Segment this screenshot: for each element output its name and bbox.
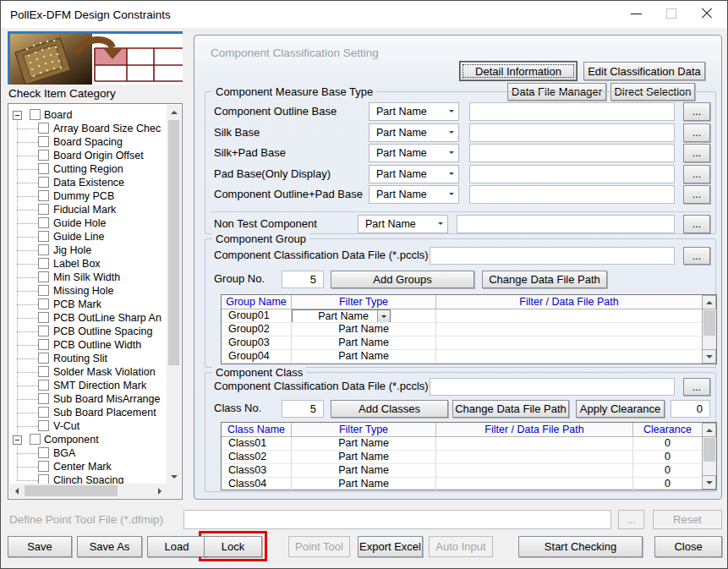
tree-item-solder-mask-violation[interactable]: Solder Mask Violation	[9, 365, 167, 379]
tree-checkbox[interactable]	[38, 339, 49, 350]
chevron-down-icon[interactable]	[377, 310, 390, 322]
tree-checkbox[interactable]	[38, 150, 49, 161]
arrow-down-icon[interactable]	[702, 349, 716, 364]
tree-checkbox[interactable]	[38, 204, 49, 215]
save-as-button[interactable]: Save As	[77, 536, 142, 557]
tree-checkbox[interactable]	[38, 244, 49, 255]
measure-filter-dropdown[interactable]: Part Name	[369, 144, 459, 162]
arrow-up-icon[interactable]	[167, 105, 181, 119]
class-change-data-file-path-button[interactable]: Change Data File Path	[452, 400, 569, 418]
tree-checkbox[interactable]	[38, 474, 49, 484]
tree-item-center-mark[interactable]: Center Mark	[9, 460, 167, 473]
non-test-value-field[interactable]	[457, 215, 675, 233]
measure-filter-dropdown[interactable]: Part Name	[369, 123, 459, 142]
table-row[interactable]: Class01Part Name0	[222, 437, 702, 451]
column-header[interactable]: Filter / Data File Path	[436, 295, 702, 309]
column-header[interactable]: Clearance	[633, 423, 702, 436]
tree-checkbox[interactable]	[38, 285, 49, 296]
tree-checkbox[interactable]	[38, 163, 49, 174]
tree-item-bga[interactable]: BGA	[9, 446, 167, 460]
scrollbar-thumb[interactable]	[168, 120, 179, 365]
add-groups-button[interactable]: Add Groups	[331, 271, 474, 288]
tree-checkbox[interactable]	[38, 407, 49, 418]
arrow-down-icon[interactable]	[702, 475, 716, 490]
tree-checkbox[interactable]	[38, 231, 49, 242]
measure-value-field[interactable]	[469, 185, 675, 204]
tree-item-sub-board-misarrange[interactable]: Sub Board MisArrange	[9, 392, 167, 406]
class-data-file-field[interactable]	[430, 378, 675, 396]
tree-item-data-existence[interactable]: Data Existence	[9, 176, 167, 189]
measure-filter-dropdown[interactable]: Part Name	[369, 165, 459, 183]
edit-classification-data-button[interactable]: Edit Classification Data	[583, 62, 705, 80]
scrollbar-thumb[interactable]	[25, 485, 118, 496]
table-row[interactable]: Class03Part Name0	[222, 464, 702, 478]
class-no-field[interactable]: 5	[282, 400, 324, 418]
tree-checkbox[interactable]	[38, 190, 49, 201]
tree-item-guide-line[interactable]: Guide Line	[9, 230, 167, 243]
tree-checkbox[interactable]	[38, 136, 49, 147]
lock-button[interactable]: Lock	[204, 536, 262, 557]
tree-checkbox[interactable]	[38, 353, 49, 364]
apply-clearance-field[interactable]: 0	[671, 400, 710, 418]
export-excel-button[interactable]: Export Excel	[358, 536, 423, 557]
class-table-scrollbar[interactable]	[702, 423, 716, 490]
start-checking-button[interactable]: Start Checking	[518, 536, 643, 557]
measure-value-field[interactable]	[469, 165, 675, 183]
tree-checkbox[interactable]	[30, 109, 41, 120]
tree-item-fiducial-mark[interactable]: Fiducial Mark	[9, 203, 167, 216]
tree-checkbox[interactable]	[38, 393, 49, 404]
tree-checkbox[interactable]	[38, 258, 49, 269]
tree-checkbox[interactable]	[38, 326, 49, 336]
group-table-scrollbar[interactable]	[702, 295, 716, 364]
tree-vertical-scrollbar[interactable]	[167, 105, 181, 484]
tree-checkbox[interactable]	[38, 217, 49, 228]
close-button[interactable]: Close	[654, 536, 722, 557]
measure-value-field[interactable]	[469, 144, 675, 162]
column-header[interactable]: Filter / Data File Path	[436, 423, 633, 436]
column-header[interactable]: Group Name	[222, 295, 292, 309]
tree-item-sub-board-placement[interactable]: Sub Board Placement	[9, 406, 167, 419]
group-change-data-file-path-button[interactable]: Change Data File Path	[482, 271, 607, 288]
column-header[interactable]: Filter Type	[292, 423, 436, 436]
minimize-button[interactable]	[619, 1, 653, 26]
non-test-filter-dropdown[interactable]: Part Name	[358, 215, 448, 233]
tree-item-label-box[interactable]: Label Box	[9, 257, 167, 271]
tree-item-component[interactable]: Component	[9, 433, 167, 446]
table-row[interactable]: Group02Part Name	[222, 323, 702, 336]
close-button[interactable]	[690, 1, 724, 26]
measure-value-field[interactable]	[469, 123, 675, 142]
arrow-right-icon[interactable]	[152, 484, 167, 498]
scrollbar-thumb[interactable]	[703, 438, 715, 462]
tree-item-smt-direction-mark[interactable]: SMT Direction Mark	[9, 379, 167, 392]
column-header[interactable]: Filter Type	[292, 295, 436, 309]
arrow-up-icon[interactable]	[702, 295, 716, 309]
measure-browse-button[interactable]: ...	[683, 165, 710, 183]
measure-filter-dropdown[interactable]: Part Name	[369, 185, 459, 204]
class-browse-button[interactable]: ...	[683, 378, 710, 396]
measure-browse-button[interactable]: ...	[683, 185, 710, 204]
arrow-up-icon[interactable]	[702, 423, 716, 437]
minus-box-icon[interactable]	[13, 111, 22, 120]
tree-checkbox[interactable]	[38, 447, 49, 458]
tree-item-v-cut[interactable]: V-Cut	[9, 419, 167, 433]
tree-item-pcb-outline-sharp-an[interactable]: PCB OutLine Sharp An	[9, 311, 167, 325]
tree-item-routing-slit[interactable]: Routing Slit	[9, 352, 167, 365]
non-test-browse-button[interactable]: ...	[683, 215, 710, 233]
tree-item-board-origin-offset[interactable]: Board Origin Offset	[9, 149, 167, 162]
table-row[interactable]: Class02Part Name0	[222, 451, 702, 464]
measure-value-field[interactable]	[469, 102, 675, 121]
scrollbar-thumb[interactable]	[703, 310, 715, 336]
tree-item-pcb-mark[interactable]: PCB Mark	[9, 298, 167, 311]
table-row[interactable]: Group01Part Name	[222, 309, 702, 323]
table-row[interactable]: Group04Part Name	[222, 350, 702, 364]
load-button[interactable]: Load	[147, 536, 206, 557]
tree-item-guide-hole[interactable]: Guide Hole	[9, 216, 167, 230]
group-browse-button[interactable]: ...	[683, 247, 710, 265]
group-data-file-field[interactable]	[430, 247, 675, 265]
add-classes-button[interactable]: Add Classes	[331, 400, 448, 418]
tree-item-array-board-size-chec[interactable]: Array Board Size Chec	[9, 122, 167, 135]
tree-checkbox[interactable]	[38, 461, 49, 472]
tree-item-dummy-pcb[interactable]: Dummy PCB	[9, 189, 167, 203]
tree-checkbox[interactable]	[38, 380, 49, 391]
tree-checkbox[interactable]	[38, 123, 49, 134]
